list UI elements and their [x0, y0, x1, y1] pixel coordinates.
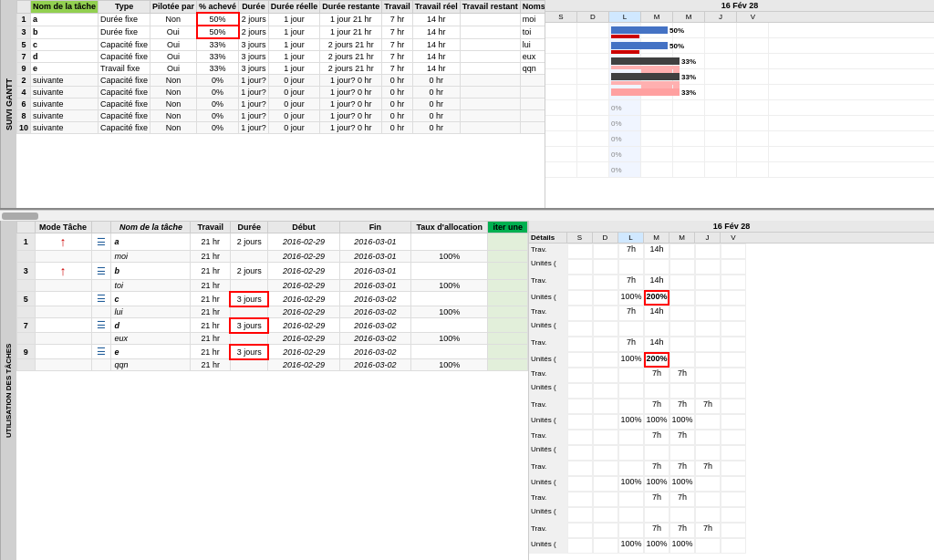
- detail-cell: [567, 414, 593, 430]
- detail-label: Unités (: [529, 445, 567, 461]
- list-item: Unités (100%100%100%: [529, 538, 746, 554]
- ucell-icon: ☰: [91, 233, 111, 251]
- uth-debut: Début: [268, 222, 339, 233]
- cell-trestant: [460, 38, 520, 51]
- detail-cell: [618, 523, 644, 538]
- detail-cell: 7h: [695, 399, 721, 414]
- ucell-icon: [91, 280, 111, 292]
- ucell-travail: 21 hr: [191, 280, 231, 292]
- cell-id: 2: [17, 75, 31, 87]
- chart-col-headers: S D L M M J V: [545, 12, 934, 23]
- detail-label: Unités (: [529, 352, 567, 368]
- th-travail-reel[interactable]: Travail réel: [412, 1, 460, 14]
- detail-cell: [593, 244, 618, 259]
- th-pilote[interactable]: Pilotée par: [150, 1, 197, 14]
- cell-duree: 1 jour?: [239, 122, 269, 134]
- th-duree-reelle[interactable]: Durée réelle: [268, 1, 320, 14]
- detail-label: Unités (: [529, 538, 567, 554]
- detail-cell: 100%: [618, 352, 644, 368]
- th-nom[interactable]: Nom de la tâche: [31, 1, 99, 14]
- uth-id: [17, 222, 36, 233]
- bar-pct-label: 0%: [611, 135, 622, 143]
- detail-cell: [593, 352, 618, 368]
- pin-icon: ↑: [60, 264, 67, 278]
- cell-type: Capacité fixe: [99, 122, 150, 134]
- th-duree-restante[interactable]: Durée restante: [320, 1, 382, 14]
- gantt-label: SUIVI GANTT: [0, 0, 16, 208]
- ucell-travail: 21 hr: [191, 263, 231, 280]
- bar-gray: [611, 73, 680, 80]
- cell-type: Capacité fixe: [99, 51, 150, 63]
- detail-cell: [593, 492, 618, 507]
- cell-duree: 2 jours: [239, 13, 269, 26]
- ucell-name: d: [111, 318, 191, 333]
- cell-duree: 1 jour?: [239, 75, 269, 87]
- ucell-id: [17, 333, 36, 345]
- detail-cell: [567, 507, 593, 523]
- detail-cell: 14h: [644, 275, 669, 290]
- detail-cell: [721, 507, 746, 523]
- cell-treel: 0 hr: [412, 110, 460, 122]
- cell-trestant: [460, 51, 520, 63]
- cell-pct: 50%: [197, 26, 239, 38]
- cell-trestant: [460, 99, 520, 110]
- list-item: Unités (: [529, 445, 746, 461]
- th-duree[interactable]: Durée: [239, 1, 269, 14]
- th-ressource[interactable]: Noms ressource: [520, 1, 545, 14]
- detail-cell: [618, 383, 644, 399]
- detail-cell: [567, 352, 593, 368]
- detail-cell: [695, 492, 721, 507]
- th-type[interactable]: Type: [99, 1, 150, 14]
- th-travail[interactable]: Travail: [382, 1, 413, 14]
- detail-cell: [567, 306, 593, 321]
- scroll-bar-top[interactable]: [0, 210, 934, 221]
- scroll-thumb[interactable]: [2, 213, 38, 220]
- util-left: UTILISATION DES TÂCHES Mode Tâche Nom de…: [0, 221, 529, 560]
- detail-cell: [567, 290, 593, 306]
- uth-travail: Travail: [191, 222, 231, 233]
- detail-cell: [618, 399, 644, 414]
- detail-cell: [644, 445, 669, 461]
- cell-drestante: 2 jours 21 hr: [320, 51, 382, 63]
- cell-pilote: Oui: [150, 51, 197, 63]
- detail-label: Unités (: [529, 414, 567, 430]
- detail-cell: [721, 337, 746, 352]
- detail-cell: 7h: [669, 430, 695, 445]
- uth-filter[interactable]: iter une: [488, 222, 528, 233]
- cell-pilote: Non: [150, 87, 197, 99]
- cell-drestante: 2 jours 21 hr: [320, 63, 382, 75]
- list-item: Trav.7h14h: [529, 275, 746, 290]
- bar-pct-label: 50%: [669, 26, 684, 35]
- ucell-pin: [35, 280, 91, 292]
- uth-alloc: Taux d'allocation: [411, 222, 488, 233]
- detail-cell: [721, 414, 746, 430]
- th-travail-restant[interactable]: Travail restant: [460, 1, 520, 14]
- cell-dreelle: 1 jour: [268, 38, 320, 51]
- cell-ressource: moi: [520, 13, 545, 26]
- ucell-filter: [488, 233, 528, 251]
- cell-treel: 0 hr: [412, 99, 460, 110]
- chart-row: 0%: [545, 100, 934, 116]
- ucell-alloc: [411, 318, 488, 333]
- list-item: lui 21 hr 2016-02-29 2016-03-02 100%: [17, 306, 528, 318]
- cell-duree: 1 jour?: [239, 87, 269, 99]
- detail-cell: [593, 306, 618, 321]
- cell-pilote: Non: [150, 99, 197, 110]
- ucell-travail: 21 hr: [191, 359, 231, 371]
- detail-cell: [618, 461, 644, 476]
- bar-pct-label: 33%: [681, 88, 696, 97]
- cell-ressource: [520, 122, 545, 134]
- detail-cell: [695, 476, 721, 492]
- detail-cell: [721, 430, 746, 445]
- ucell-id: [17, 251, 36, 263]
- ucell-alloc: 100%: [411, 359, 488, 371]
- list-item: qqn 21 hr 2016-02-29 2016-03-02 100%: [17, 359, 528, 371]
- detail-cell: 100%: [644, 414, 669, 430]
- ucell-debut: 2016-02-29: [268, 306, 339, 318]
- cell-trestant: [460, 13, 520, 26]
- th-pct[interactable]: % achevé: [197, 1, 239, 14]
- ucell-filter: [488, 318, 528, 333]
- ucell-fin: 2016-03-02: [339, 292, 410, 306]
- cell-pct: 0%: [197, 87, 239, 99]
- detail-label: Trav.: [529, 244, 567, 259]
